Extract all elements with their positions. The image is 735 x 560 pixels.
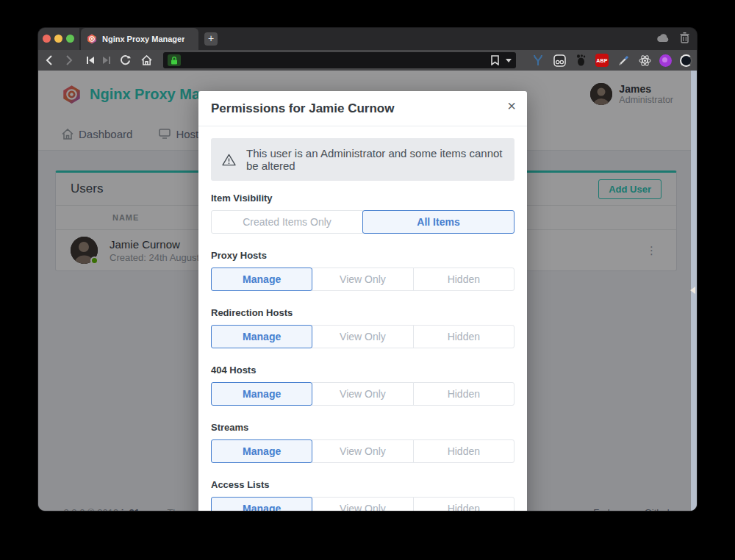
adblock-plus-extension-icon[interactable]: ABP <box>595 54 609 67</box>
forward-button[interactable] <box>62 50 76 71</box>
visibility-created-items-only-button[interactable]: Created Items Only <box>211 210 363 234</box>
redirection-hosts-group: Manage View Only Hidden <box>211 325 514 348</box>
access-lists-group: Manage View Only Hidden <box>211 497 514 511</box>
scroll-arrow-icon <box>690 287 695 294</box>
streams-manage-button[interactable]: Manage <box>211 439 312 463</box>
eyedropper-extension-icon[interactable] <box>617 54 630 67</box>
zoom-window-button[interactable] <box>66 35 74 43</box>
404-hosts-hidden-button[interactable]: Hidden <box>413 382 514 406</box>
warning-triangle-icon <box>222 154 236 166</box>
container-extension-icon[interactable] <box>553 54 566 67</box>
tab-favicon-npm-logo-icon <box>87 34 97 44</box>
redirection-hosts-label: Redirection Hosts <box>211 307 514 319</box>
404-hosts-manage-button[interactable]: Manage <box>211 382 312 406</box>
streams-group: Manage View Only Hidden <box>211 439 514 463</box>
tab-title: Nginx Proxy Manager <box>102 35 184 43</box>
access-lists-hidden-button[interactable]: Hidden <box>413 497 514 511</box>
https-lock-icon[interactable] <box>168 54 181 66</box>
redirection-hosts-hidden-button[interactable]: Hidden <box>413 325 514 348</box>
dark-globe-extension-icon[interactable] <box>680 54 692 67</box>
permissions-modal: Permissions for Jamie Curnow × This user… <box>198 91 527 511</box>
back-button[interactable] <box>41 50 56 71</box>
proxy-hosts-label: Proxy Hosts <box>211 250 514 262</box>
browser-window: Nginx Proxy Manager + <box>38 28 697 511</box>
new-tab-button[interactable]: + <box>204 32 218 46</box>
fork-extension-icon[interactable] <box>531 54 545 67</box>
visibility-all-items-button[interactable]: All Items <box>362 210 514 234</box>
browser-toolbar: ABP <box>38 50 697 71</box>
proxy-hosts-group: Manage View Only Hidden <box>211 268 514 291</box>
purple-extension-icon[interactable] <box>659 54 672 67</box>
skip-to-start-icon[interactable] <box>84 50 97 71</box>
redirection-hosts-manage-button[interactable]: Manage <box>211 325 312 348</box>
cloud-sync-icon[interactable] <box>656 34 670 43</box>
404-hosts-label: 404 Hosts <box>211 365 514 376</box>
access-lists-label: Access Lists <box>211 479 514 491</box>
access-lists-view-only-button[interactable]: View Only <box>312 497 413 511</box>
proxy-hosts-manage-button[interactable]: Manage <box>211 268 312 291</box>
gnome-foot-extension-icon[interactable] <box>574 54 587 67</box>
admin-alert: This user is an Administrator and some i… <box>211 138 514 181</box>
proxy-hosts-view-only-button[interactable]: View Only <box>312 268 413 291</box>
atom-devtools-extension-icon[interactable] <box>638 54 651 67</box>
url-bar[interactable] <box>163 52 516 68</box>
reload-icon[interactable] <box>118 50 132 71</box>
item-visibility-group: Created Items Only All Items <box>211 210 514 234</box>
proxy-hosts-hidden-button[interactable]: Hidden <box>413 268 514 291</box>
access-lists-manage-button[interactable]: Manage <box>211 497 312 511</box>
minimize-window-button[interactable] <box>54 35 62 43</box>
close-window-button[interactable] <box>43 35 51 43</box>
home-icon[interactable] <box>139 50 154 71</box>
streams-hidden-button[interactable]: Hidden <box>413 439 514 463</box>
redirection-hosts-view-only-button[interactable]: View Only <box>312 325 413 348</box>
streams-view-only-button[interactable]: View Only <box>312 439 413 463</box>
bookmark-icon[interactable] <box>491 55 499 65</box>
browser-tab[interactable]: Nginx Proxy Manager <box>81 28 198 50</box>
browser-tab-bar: Nginx Proxy Manager + <box>38 28 697 50</box>
admin-alert-text: This user is an Administrator and some i… <box>246 147 503 172</box>
item-visibility-label: Item Visibility <box>211 193 514 204</box>
streams-label: Streams <box>211 422 514 434</box>
404-hosts-group: Manage View Only Hidden <box>211 382 514 406</box>
modal-title: Permissions for Jamie Curnow <box>211 101 394 115</box>
page-viewport: Nginx Proxy Manager James Administrator … <box>38 71 697 511</box>
skip-to-end-icon[interactable] <box>100 50 113 71</box>
bookmark-dropdown-caret-icon[interactable] <box>506 59 512 62</box>
404-hosts-view-only-button[interactable]: View Only <box>312 382 413 406</box>
trash-icon[interactable] <box>680 32 689 43</box>
close-icon[interactable]: × <box>507 98 516 113</box>
